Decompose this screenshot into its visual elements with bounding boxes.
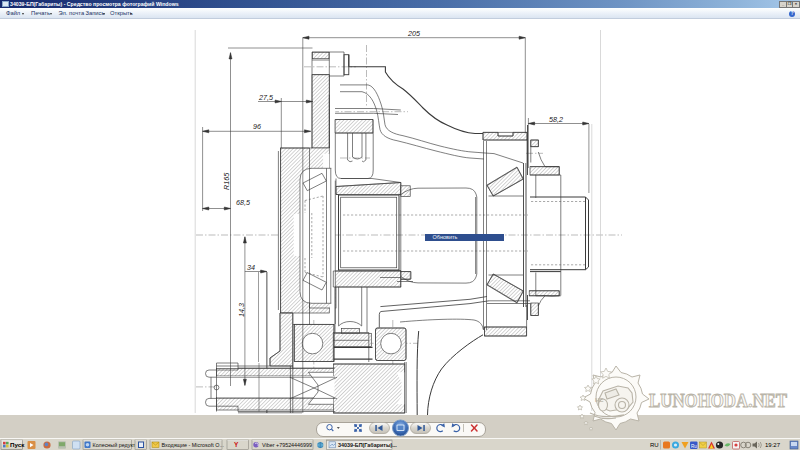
svg-text:205: 205 <box>407 29 421 38</box>
svg-text:34: 34 <box>247 263 255 272</box>
svg-text:27,5: 27,5 <box>258 93 274 102</box>
svg-text:Y: Y <box>234 441 239 448</box>
svg-text:RU: RU <box>650 442 659 448</box>
svg-text:68,5: 68,5 <box>236 198 251 207</box>
svg-text:Колесный редукт...: Колесный редукт... <box>93 442 140 448</box>
svg-text:14,3: 14,3 <box>237 303 246 317</box>
svg-text:LUNOHODA.NET: LUNOHODA.NET <box>649 391 787 411</box>
svg-text:Пуск: Пуск <box>10 441 25 448</box>
svg-text:НС: НС <box>595 397 604 403</box>
svg-text:R165: R165 <box>222 172 231 190</box>
svg-text:19:27: 19:27 <box>765 442 781 448</box>
svg-text:96: 96 <box>253 122 261 131</box>
svg-text:34039-БП(Габариты)...: 34039-БП(Габариты)... <box>338 442 397 448</box>
svg-text:58,2: 58,2 <box>549 115 563 124</box>
svg-text:Входящие - Microsoft O...: Входящие - Microsoft O... <box>162 442 224 448</box>
svg-text:Ru: Ru <box>691 443 697 448</box>
svg-text:Viber +79524446999: Viber +79524446999 <box>262 442 312 448</box>
